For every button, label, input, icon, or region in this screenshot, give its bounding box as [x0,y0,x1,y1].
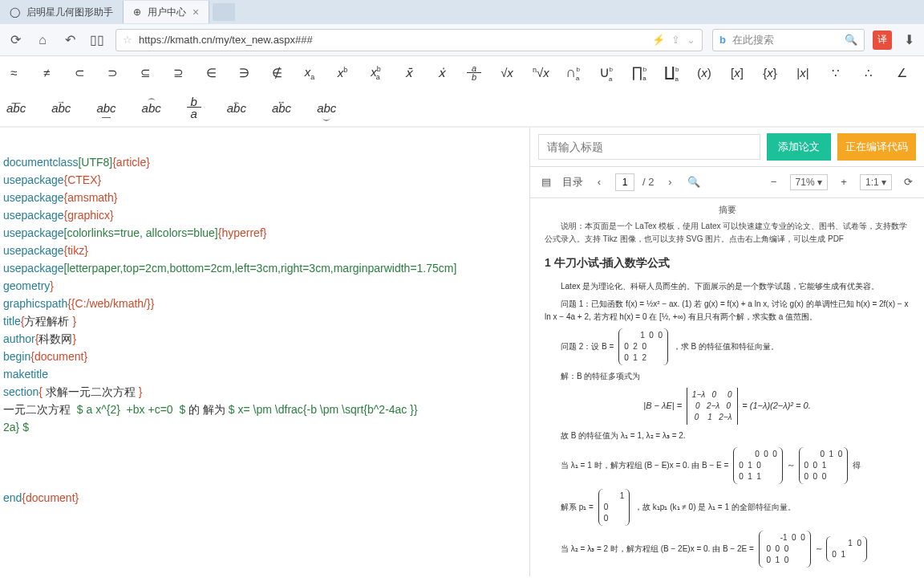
sym-underbrace[interactable]: abc⏝ [317,101,336,115]
sym-xdot[interactable]: ẋ [434,66,448,80]
translate-button[interactable]: 译 [873,31,892,50]
zoom-in-icon[interactable]: + [836,174,852,190]
math-toolbar: ≈ ≠ ⊂ ⊃ ⊆ ⊇ ∈ ∋ ∉ xa xb xba x̄ ẋ ab √x n… [0,56,924,127]
title-input[interactable] [538,134,760,160]
pdf-paragraph: 解系 p₁ = 100 ，故 k₁p₁ (k₁ ≠ 0) 是 λ₁ = 1 的全… [545,489,910,526]
sym-because[interactable]: ∵ [829,66,843,80]
compile-button[interactable]: 正在编译代码 [837,133,916,161]
toolbar-row-2: ―abc →abc abc― ⏜abc ba ⌢abc ↔abc abc⏝ [0,95,924,121]
sym-xsubsup[interactable]: xba [368,65,383,81]
sym-in[interactable]: ∈ [204,66,218,80]
section-heading: 1 牛刀小试-插入数学公式 [545,254,910,271]
pdf-paragraph: 问题 1：已知函数 f(x) = ½x² − ax. (1) 若 g(x) = … [545,298,910,324]
download-icon[interactable]: ⬇ [900,31,918,49]
zoom-out-icon[interactable]: − [766,174,782,190]
new-tab-button[interactable] [213,3,235,21]
sym-supset[interactable]: ⊃ [105,66,120,80]
toc-label[interactable]: 目录 [562,175,583,189]
sym-supseteq[interactable]: ⊇ [171,66,185,80]
sym-therefore[interactable]: ∴ [861,66,876,80]
tab-active[interactable]: ⊕ 用户中心 × [124,1,209,23]
sym-sqrt[interactable]: √x [500,66,514,79]
page-input[interactable] [615,173,634,191]
close-icon[interactable]: × [192,6,199,18]
sym-bigcap[interactable]: ∩ba [565,64,580,83]
home-icon[interactable]: ⌂ [34,31,51,49]
sym-nsqrt[interactable]: n√x [533,66,547,79]
chevron-down-icon[interactable]: ⌄ [687,34,695,46]
zoom-select[interactable]: 71% ▾ [790,174,828,190]
url-text: https://kmath.cn/my/tex_new.aspx### [139,34,313,46]
reload-icon[interactable]: ⟳ [6,31,24,49]
preview-header: 添加论文 正在编译代码 [530,128,924,166]
sym-overarrow[interactable]: →abc [51,101,71,115]
abstract-heading: 摘要 [545,203,910,218]
preview-pane: 添加论文 正在编译代码 ▤ 目录 ‹ / 2 › 🔍 − 71% ▾ + 1:1… [529,128,924,576]
pdf-toolbar: ▤ 目录 ‹ / 2 › 🔍 − 71% ▾ + 1:1 ▾ ⟳ [530,166,924,198]
tab-title: 用户中心 [148,6,186,19]
sym-frac[interactable]: ab [467,64,481,81]
pdf-paragraph: 问题 2：设 B = 1 0 00 2 00 1 2 ，求 B 的特征值和特征向… [545,328,910,365]
sym-overbrace[interactable]: ⏜abc [142,101,161,115]
search-icon[interactable]: 🔍 [845,34,857,46]
pdf-viewer[interactable]: 摘要 说明：本页面是一个 LaTex 模板，使用 Latex 可以快速建立专业的… [530,198,924,576]
pdf-paragraph: 解：B 的特征多项式为 [545,370,910,383]
tab-inactive[interactable]: ◯ 启明星几何图形助手 [0,1,124,23]
sym-subset[interactable]: ⊂ [72,66,87,80]
globe-icon: ◯ [10,6,20,18]
url-bar[interactable]: ☆ https://kmath.cn/my/tex_new.aspx### ⚡ … [116,29,703,51]
search-input[interactable]: b 在此搜索 🔍 [712,29,865,51]
sym-xsup[interactable]: xb [335,66,350,79]
pdf-paragraph: Latex 是为理论化、科研人员而生的。下面展示的是一个数学试题，它能够生成有优… [545,280,910,293]
globe-icon: ⊕ [133,6,141,18]
sym-prod[interactable]: ∏ba [631,64,646,83]
sym-xsub[interactable]: xa [302,65,317,81]
sym-subseteq[interactable]: ⊆ [138,66,152,80]
sym-abs[interactable]: |x| [796,66,810,79]
code-editor[interactable]: documentclass[UTF8]{article} usepackage{… [0,128,529,576]
add-paper-button[interactable]: 添加论文 [767,133,831,161]
next-page-icon[interactable]: › [662,174,678,190]
sym-bracket[interactable]: [x] [730,66,744,79]
abstract-text: 说明：本页面是一个 LaTex 模板，使用 Latex 可以快速建立专业的论文、… [545,220,910,246]
bing-icon: b [719,34,726,46]
sym-coprod[interactable]: ∐ba [664,63,679,83]
share-icon[interactable]: ⇪ [671,34,680,46]
pdf-paragraph: 故 B 的特征值为 λ₁ = 1, λ₂ = λ₃ = 2. [545,429,910,442]
main-split: documentclass[UTF8]{article} usepackage{… [0,127,924,576]
sym-brace[interactable]: {x} [763,66,777,79]
bolt-icon[interactable]: ⚡ [652,34,665,46]
sym-bigcup[interactable]: ∪ba [598,63,613,83]
prev-page-icon[interactable]: ‹ [591,174,607,190]
tab-title: 启明星几何图形助手 [26,6,113,19]
sym-ni[interactable]: ∋ [237,66,251,80]
sym-overline[interactable]: ―abc [6,101,26,115]
back-icon[interactable]: ↶ [61,31,79,49]
sym-angle[interactable]: ∠ [894,66,909,80]
sym-approx[interactable]: ≈ [6,66,21,79]
sym-overleftrightarrow[interactable]: ↔abc [272,101,291,115]
page-total: / 2 [642,176,654,188]
toolbar-row-1: ≈ ≠ ⊂ ⊃ ⊆ ⊇ ∈ ∋ ∉ xa xb xba x̄ ẋ ab √x n… [0,61,924,85]
sym-paren[interactable]: (x) [697,66,711,79]
star-icon[interactable]: ☆ [123,34,132,46]
sym-underline[interactable]: abc― [96,101,116,115]
fit-select[interactable]: 1:1 ▾ [860,174,892,190]
sidebar-icon[interactable]: ▯▯ [88,31,106,49]
browser-tab-strip: ◯ 启明星几何图形助手 ⊕ 用户中心 × [0,0,924,24]
sym-xbar[interactable]: x̄ [401,66,415,80]
nav-bar: ⟳ ⌂ ↶ ▯▯ ☆ https://kmath.cn/my/tex_new.a… [0,24,924,56]
sym-neq[interactable]: ≠ [39,66,54,79]
pdf-paragraph: 当 λ₂ = λ₃ = 2 时，解方程组 (B − 2E)x = 0. 由 B … [545,531,910,568]
toc-icon[interactable]: ▤ [538,174,554,190]
pdf-paragraph: 当 λ₁ = 1 时，解方程组 (B − E)x = 0. 由 B − E = … [545,447,910,484]
search-placeholder: 在此搜索 [732,33,774,47]
pdf-equation: |B − λE| = 1−λ 0 0 0 2−λ 0 0 1 2−λ = (1−… [545,388,910,425]
sym-widehat[interactable]: ⌢abc [227,101,246,115]
pdf-search-icon[interactable]: 🔍 [686,174,702,190]
rotate-icon[interactable]: ⟳ [900,174,916,190]
sym-notin[interactable]: ∉ [270,66,284,80]
sym-bigfrac[interactable]: ba [187,97,201,119]
